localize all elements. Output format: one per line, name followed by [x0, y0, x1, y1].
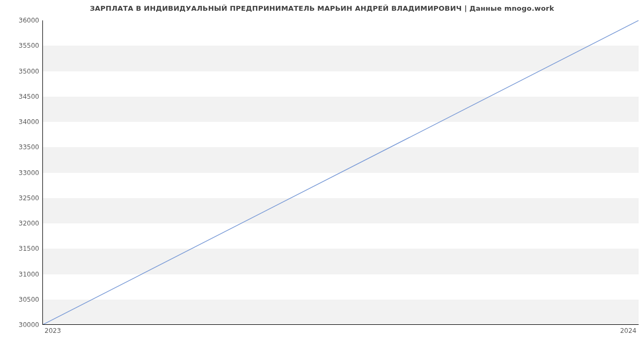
y-tick-label: 34500	[19, 93, 39, 100]
y-tick-label: 32500	[19, 194, 39, 202]
x-tick-label: 2023	[45, 327, 61, 335]
plot-area	[42, 20, 639, 325]
y-axis-line	[42, 20, 43, 325]
y-tick-label: 33000	[19, 169, 39, 177]
grid-band	[42, 46, 639, 71]
y-tick-label: 34000	[19, 118, 39, 126]
grid-band	[42, 97, 639, 122]
y-tick-label: 33500	[19, 143, 39, 151]
y-axis-labels: 3000030500310003150032000325003300033500…	[0, 20, 42, 325]
y-tick-label: 31500	[19, 245, 39, 252]
salary-line-chart: ЗАРПЛАТА В ИНДИВИДУАЛЬНЫЙ ПРЕДПРИНИМАТЕЛ…	[0, 0, 644, 349]
x-tick-label: 2024	[620, 327, 636, 335]
chart-title: ЗАРПЛАТА В ИНДИВИДУАЛЬНЫЙ ПРЕДПРИНИМАТЕЛ…	[0, 4, 644, 12]
y-tick-label: 35000	[19, 68, 39, 75]
y-tick-label: 30500	[19, 296, 39, 303]
y-tick-label: 31000	[19, 271, 39, 278]
y-tick-label: 35500	[19, 42, 39, 49]
grid-band	[42, 249, 639, 274]
y-tick-label: 36000	[19, 17, 39, 24]
x-axis-labels: 20232024	[42, 325, 639, 336]
y-tick-label: 30000	[19, 321, 39, 329]
grid-band	[42, 300, 639, 325]
grid-band	[42, 147, 639, 172]
y-tick-label: 32000	[19, 220, 39, 227]
grid-band	[42, 198, 639, 223]
